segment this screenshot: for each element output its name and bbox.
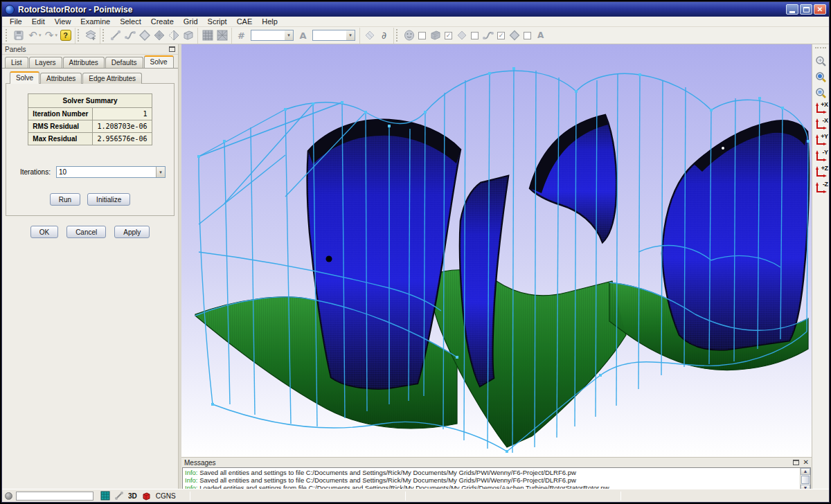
highlight-point: [722, 147, 724, 150]
viewport-3d[interactable]: [181, 44, 812, 457]
zoom-extents-icon[interactable]: [814, 53, 828, 68]
mask-face-icon[interactable]: [402, 28, 416, 43]
create-segment-icon[interactable]: [108, 28, 123, 43]
scroll-up-icon[interactable]: ▲: [801, 468, 810, 475]
save-icon[interactable]: [11, 28, 26, 43]
redo-icon[interactable]: ↷: [42, 28, 57, 43]
spacing-combo-value: [313, 30, 346, 40]
view-minus-x-icon[interactable]: -X: [814, 117, 828, 132]
cae-solver-label: CGNS: [156, 492, 176, 500]
menu-cae[interactable]: CAE: [232, 17, 258, 26]
messages-scrollbar[interactable]: ▲ ▼: [800, 468, 810, 491]
messages-header[interactable]: Messages ✕: [181, 458, 812, 467]
panels-title: Panels: [5, 46, 169, 53]
zoom-sphere-icon[interactable]: [814, 69, 828, 84]
zoom-lines-icon[interactable]: [814, 85, 828, 100]
run-button[interactable]: Run: [50, 193, 80, 206]
create-domain-icon[interactable]: [137, 28, 152, 43]
mask-connector-checkbox[interactable]: [497, 32, 505, 39]
spacing-combo-arrow-icon[interactable]: ▾: [346, 30, 355, 40]
panels-float-icon[interactable]: [169, 46, 175, 52]
menu-create[interactable]: Create: [146, 17, 179, 26]
mask-block-checkbox[interactable]: [445, 32, 452, 39]
status-bar: 3D CGNS: [2, 489, 829, 502]
menu-bar: File Edit View Examine Select Create Gri…: [2, 17, 829, 27]
message-line: Info: Saved all entities and settings to…: [185, 476, 798, 484]
view-plus-x-icon[interactable]: +X: [814, 101, 828, 116]
undo-dropdown-icon[interactable]: ▾: [39, 33, 42, 38]
message-line: Info: Saved all entities and settings to…: [185, 469, 798, 476]
mask-domain-icon[interactable]: [454, 28, 469, 43]
layer-add-icon[interactable]: [83, 28, 98, 43]
scroll-thumb[interactable]: [801, 476, 810, 484]
mask-block-icon[interactable]: [428, 28, 443, 43]
initialize-button[interactable]: Initialize: [87, 193, 130, 206]
inner-tab-edge-attributes[interactable]: Edge Attributes: [82, 73, 142, 84]
command-input[interactable]: [16, 492, 93, 501]
solve-icon[interactable]: [362, 28, 377, 43]
dimension-combo-arrow-icon[interactable]: ▾: [285, 30, 293, 40]
dimension-icon[interactable]: #: [234, 28, 249, 43]
view-minus-z-icon[interactable]: -Z: [814, 181, 828, 195]
grid-unstructured-icon[interactable]: [215, 28, 229, 43]
mask-point-checkbox[interactable]: [524, 32, 531, 39]
toolbar-grip[interactable]: [6, 29, 8, 42]
mask-domain-checkbox[interactable]: [471, 32, 479, 39]
inner-tab-attributes[interactable]: Attributes: [40, 73, 82, 84]
panels-dock: Panels List Layers Attributes Defaults S…: [2, 44, 179, 489]
tab-defaults[interactable]: Defaults: [105, 57, 143, 68]
app-window: RotorStatorRotor - Pointwise ✕ File Edit…: [1, 1, 830, 503]
redo-dropdown-icon[interactable]: ▾: [55, 33, 58, 38]
tab-attributes[interactable]: Attributes: [63, 57, 105, 68]
menu-examine[interactable]: Examine: [75, 17, 115, 26]
menu-script[interactable]: Script: [203, 17, 232, 26]
cancel-button[interactable]: Cancel: [66, 226, 106, 238]
minimize-button[interactable]: [786, 4, 798, 15]
panels-header[interactable]: Panels: [2, 44, 178, 55]
tab-solve[interactable]: Solve: [144, 55, 174, 68]
ok-button[interactable]: OK: [30, 226, 58, 238]
menu-view[interactable]: View: [50, 17, 76, 26]
create-block-icon[interactable]: [181, 28, 195, 43]
messages-float-icon[interactable]: [793, 460, 799, 465]
view-plus-z-icon[interactable]: +Z: [814, 165, 828, 179]
undo-icon[interactable]: ↶: [26, 28, 40, 43]
dimension-combobox[interactable]: ▾: [251, 30, 294, 41]
menu-edit[interactable]: Edit: [27, 17, 50, 26]
table-row: RMS Residual 1.208703e-06: [28, 120, 152, 133]
help-icon[interactable]: ?: [58, 28, 73, 43]
mask-database-icon[interactable]: [507, 28, 521, 43]
mask-connector-icon[interactable]: [481, 28, 495, 43]
selection-point[interactable]: [326, 256, 332, 262]
derivative-icon[interactable]: ∂: [377, 28, 391, 43]
apply-button[interactable]: Apply: [114, 226, 150, 238]
menu-file[interactable]: File: [5, 17, 27, 26]
grid-structured-icon[interactable]: [200, 28, 215, 43]
view-toolbar-grip[interactable]: [815, 47, 826, 50]
restore-button[interactable]: [800, 4, 812, 15]
title-bar[interactable]: RotorStatorRotor - Pointwise ✕: [2, 2, 829, 17]
close-button[interactable]: ✕: [814, 4, 826, 15]
view-minus-y-icon[interactable]: -Y: [814, 149, 828, 163]
messages-title: Messages: [184, 459, 793, 467]
tab-list[interactable]: List: [5, 57, 28, 68]
iterations-input[interactable]: [57, 167, 156, 177]
inner-tab-solve[interactable]: Solve: [10, 71, 39, 84]
iterations-spin-arrow-icon[interactable]: ▾: [156, 167, 165, 177]
status-light-icon: [5, 492, 12, 500]
view-plus-y-icon[interactable]: +Y: [814, 133, 828, 147]
tab-layers[interactable]: Layers: [29, 57, 62, 68]
iterations-spinner[interactable]: ▾: [56, 166, 166, 178]
messages-close-icon[interactable]: ✕: [803, 459, 809, 466]
solver-summary-table: Solver Summary Iteration Number 1 RMS Re…: [28, 93, 152, 145]
menu-select[interactable]: Select: [115, 17, 146, 26]
mask-point-icon[interactable]: A: [533, 28, 548, 43]
create-trim-icon[interactable]: [166, 28, 181, 43]
create-assembled-domain-icon[interactable]: [152, 28, 166, 43]
menu-help[interactable]: Help: [257, 17, 283, 26]
spacing-icon[interactable]: A: [296, 28, 310, 43]
mask-face-checkbox[interactable]: [418, 32, 426, 39]
menu-grid[interactable]: Grid: [179, 17, 203, 26]
create-curve-icon[interactable]: [123, 28, 137, 43]
spacing-combobox[interactable]: ▾: [312, 30, 355, 41]
